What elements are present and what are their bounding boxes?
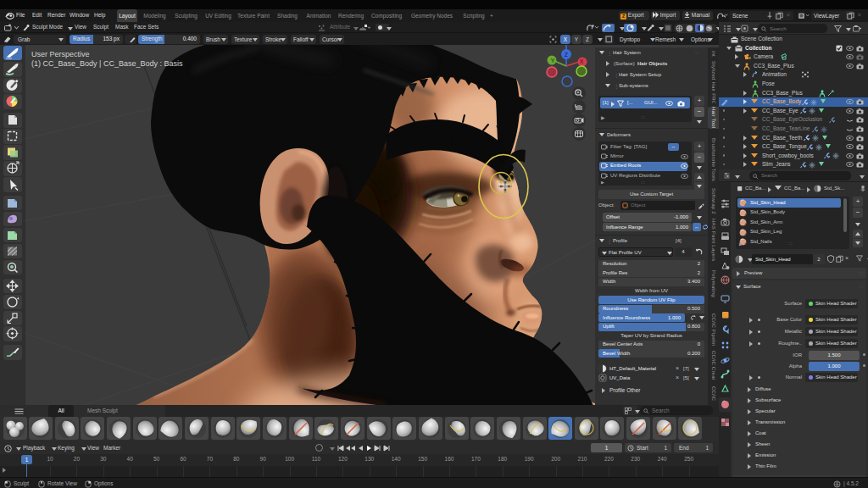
svg-text:X: X	[580, 58, 584, 64]
svg-text:Z: Z	[565, 52, 569, 58]
svg-text:Y: Y	[551, 58, 555, 64]
